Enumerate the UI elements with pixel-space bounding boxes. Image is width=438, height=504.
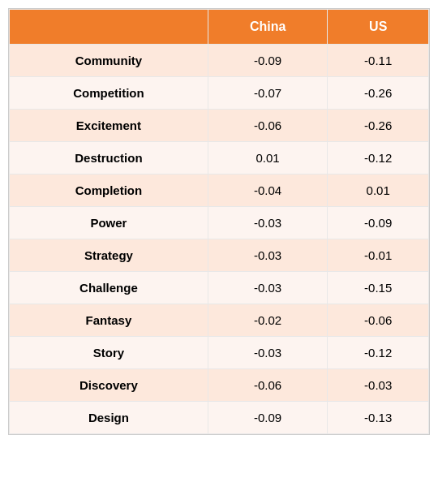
row-us-value: -0.26 xyxy=(328,110,429,142)
row-china-value: 0.01 xyxy=(208,142,328,174)
table-row: Story-0.03-0.12 xyxy=(10,337,429,369)
row-label: Fantasy xyxy=(10,304,208,337)
header-us-col: US xyxy=(328,10,429,45)
header-label-col xyxy=(10,10,208,45)
table-row: Destruction0.01-0.12 xyxy=(10,142,429,174)
row-china-value: -0.03 xyxy=(208,239,328,272)
data-table: China US Community-0.09-0.11Competition-… xyxy=(8,8,430,435)
row-label: Destruction xyxy=(10,142,208,174)
row-label: Strategy xyxy=(10,239,208,272)
row-us-value: -0.26 xyxy=(328,77,429,110)
row-china-value: -0.04 xyxy=(208,174,328,207)
table-row: Discovery-0.06-0.03 xyxy=(10,369,429,402)
row-us-value: -0.11 xyxy=(328,45,429,77)
row-us-value: -0.12 xyxy=(328,337,429,369)
table-row: Power-0.03-0.09 xyxy=(10,207,429,239)
row-label: Discovery xyxy=(10,369,208,402)
table-header-row: China US xyxy=(10,10,429,45)
row-us-value: -0.15 xyxy=(328,272,429,304)
row-label: Excitement xyxy=(10,110,208,142)
table-row: Challenge-0.03-0.15 xyxy=(10,272,429,304)
header-china-col: China xyxy=(208,10,328,45)
row-label: Design xyxy=(10,402,208,434)
table-row: Competition-0.07-0.26 xyxy=(10,77,429,110)
row-china-value: -0.03 xyxy=(208,272,328,304)
row-label: Power xyxy=(10,207,208,239)
row-label: Competition xyxy=(10,77,208,110)
row-china-value: -0.09 xyxy=(208,402,328,434)
row-us-value: -0.13 xyxy=(328,402,429,434)
row-china-value: -0.09 xyxy=(208,45,328,77)
row-china-value: -0.07 xyxy=(208,77,328,110)
row-us-value: -0.12 xyxy=(328,142,429,174)
table-row: Fantasy-0.02-0.06 xyxy=(10,304,429,337)
row-china-value: -0.06 xyxy=(208,110,328,142)
row-china-value: -0.02 xyxy=(208,304,328,337)
row-china-value: -0.03 xyxy=(208,207,328,239)
row-us-value: -0.09 xyxy=(328,207,429,239)
row-label: Story xyxy=(10,337,208,369)
row-label: Completion xyxy=(10,174,208,207)
row-us-value: -0.01 xyxy=(328,239,429,272)
table-row: Completion-0.040.01 xyxy=(10,174,429,207)
row-us-value: -0.03 xyxy=(328,369,429,402)
row-label: Community xyxy=(10,45,208,77)
row-us-value: 0.01 xyxy=(328,174,429,207)
row-china-value: -0.03 xyxy=(208,337,328,369)
row-label: Challenge xyxy=(10,272,208,304)
row-china-value: -0.06 xyxy=(208,369,328,402)
table-row: Excitement-0.06-0.26 xyxy=(10,110,429,142)
table-row: Design-0.09-0.13 xyxy=(10,402,429,434)
table-row: Strategy-0.03-0.01 xyxy=(10,239,429,272)
row-us-value: -0.06 xyxy=(328,304,429,337)
table-row: Community-0.09-0.11 xyxy=(10,45,429,77)
